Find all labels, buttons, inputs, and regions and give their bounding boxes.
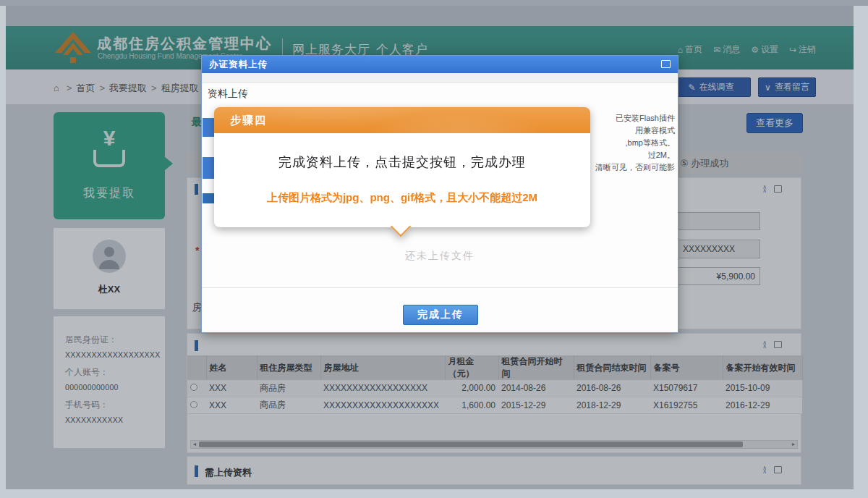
covered-button-fragment <box>203 118 215 137</box>
popup-step-title: 步骤四 <box>230 114 267 127</box>
covered-section-marker <box>203 193 215 203</box>
covered-button-fragment <box>203 157 215 179</box>
browser-top-edge <box>0 0 868 6</box>
no-files-text: 还未上传文件 <box>202 250 678 263</box>
step-four-popup: 步骤四 完成资料上传，点击提交按钮，完成办理 上传图片格式为jpg、png、gi… <box>214 107 590 227</box>
popup-format-note: 上传图片格式为jpg、png、gif格式，且大小不能超过2M <box>214 191 590 205</box>
popup-body: 完成资料上传，点击提交按钮，完成办理 上传图片格式为jpg、png、gif格式，… <box>214 133 590 227</box>
modal-divider <box>202 287 678 288</box>
modal-toolbar-strip <box>202 73 678 83</box>
finish-upload-button[interactable]: 完成上传 <box>403 305 478 325</box>
popup-instruction: 完成资料上传，点击提交按钮，完成办理 <box>214 153 590 171</box>
popup-header: 步骤四 <box>214 107 590 133</box>
modal-heading: 资料上传 <box>208 88 248 101</box>
page: 成都住房公积金管理中心 Chengdu Housing Fund Managem… <box>6 6 854 489</box>
modal-title: 办证资料上传 <box>209 59 268 71</box>
modal-close-icon[interactable] <box>661 60 671 68</box>
modal-titlebar[interactable]: 办证资料上传 <box>202 56 678 73</box>
